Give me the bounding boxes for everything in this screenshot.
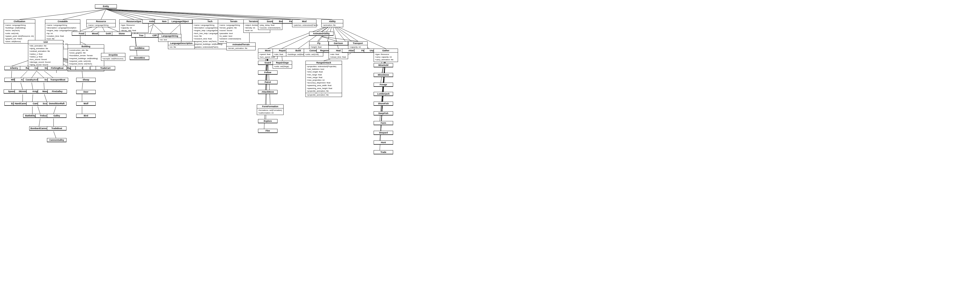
svg-line-41 [21, 71, 27, 78]
box-field: +required_techs: set(Tech) [69, 62, 103, 65]
box-field: +snow_graphic: file [69, 52, 103, 54]
svg-line-48 [21, 82, 23, 89]
box-field: +radius_x: float [29, 53, 62, 55]
box-field: +updates: orderedset(Patch) [194, 46, 226, 48]
box-field: +type: Resource [121, 24, 147, 27]
uml-box-cannongalley: CannonGalley [47, 138, 67, 142]
svg-line-19 [153, 24, 163, 33]
box-body-repairsiege: +units: set(Siege) [273, 65, 292, 68]
box-title-unit: Unit [28, 40, 63, 44]
svg-line-42 [32, 71, 37, 78]
svg-line-10 [106, 9, 291, 19]
diagram-container: EntityCivilization+name: LanguageString+… [0, 0, 980, 298]
uml-box-rangedattack: RangedAttack+projectiles: orderedset(Pro… [305, 61, 342, 93]
box-field: +play_delay: float [259, 24, 281, 27]
svg-line-64 [318, 36, 321, 41]
uml-box-ability: Ability+animation: file [321, 19, 343, 27]
box-title-animatedability: AnimatedAbility [309, 32, 333, 35]
uml-box-garrison: Garrison [329, 41, 348, 46]
uml-box-patrol: Patrol [258, 80, 277, 84]
box-field: +idle_animation: file [29, 44, 62, 47]
svg-line-43 [37, 71, 44, 78]
uml-box-dropsite: DropSite+accepts: set(Resource) [101, 53, 126, 61]
box-field: +construction_site: file [69, 49, 103, 52]
svg-line-51 [82, 82, 83, 89]
box-field: +capacity: int [121, 27, 147, 29]
uml-box-animatedterrain: AnimatedTerrain+terrain_animation: file [226, 43, 256, 50]
uml-box-bombardcannon: BombardCannon [29, 127, 49, 130]
box-title-languageobject: LanguageObject [168, 20, 192, 23]
box-title-wolf: Wolf [76, 102, 95, 106]
box-title-attackmove: AttackMove [258, 90, 277, 94]
box-title-hunt: Hunt [374, 141, 393, 144]
box-field: +buildings: set(Building) [5, 27, 34, 29]
uml-box-stonemine: StoneMine [130, 56, 149, 60]
box-field: +type: Resource [375, 53, 397, 55]
box-field: +use_ballistics: bool [307, 68, 341, 70]
box-title-forage: Forage [374, 83, 393, 87]
box-title-fly: Fly [309, 41, 328, 45]
svg-line-18 [150, 24, 153, 33]
uml-box-firegalley: FireGalley [48, 89, 67, 94]
box-title-languagestring: LanguageString [159, 34, 181, 38]
box-title-formformation: FormFormation [257, 105, 283, 108]
box-field: +units: set(Unit) [5, 32, 34, 35]
box-field: +units: set(Siege) [274, 65, 291, 68]
box-title-flee: Flee [258, 129, 277, 133]
uml-box-gather: Gather+type: Resource+carry: capacity: i… [374, 49, 398, 62]
box-field: +description: LanguageDescription [46, 27, 79, 29]
svg-line-44 [44, 71, 53, 78]
uml-box-minestone: MineStone [374, 73, 393, 77]
uml-box-formformation: FormFormation+formations: set(Formation)… [257, 105, 283, 115]
uml-box-minegold: MineGold [374, 63, 393, 67]
svg-line-65 [321, 36, 337, 41]
uml-box-deepfish: DeepFish [374, 111, 393, 116]
box-title-mod: Mod [292, 20, 316, 23]
box-title-languagedescription: LanguageDescription [168, 41, 194, 45]
box-field: +name: LanguageString [88, 24, 115, 27]
box-title-resource: Resource [87, 20, 115, 23]
svg-line-1 [63, 9, 106, 19]
uml-box-tradecart: TradeCart [95, 66, 115, 70]
box-title-repairsiege: RepairSiege [273, 61, 292, 65]
uml-box-shorefish: ShoreFish [374, 101, 393, 106]
svg-line-62 [54, 131, 56, 138]
uml-box-shepard: Shepard [374, 131, 393, 135]
box-field: +projectiles: orderedset(Projectile) [307, 65, 341, 68]
box-title-gather: Gather [374, 49, 398, 52]
box-title-demolitionraft: DemolitionRaft [47, 102, 66, 106]
box-body-resource: +name: LanguageString [87, 23, 115, 27]
uml-box-goldmine: GoldMine [130, 46, 149, 50]
box-field: +spawning_area_height: float [307, 87, 341, 90]
box-body-ability: +animation: file [321, 23, 343, 27]
uml-box-follow: Follow [258, 70, 277, 74]
uml-box-explore: Explore [258, 119, 277, 123]
connections-svg [0, 0, 980, 298]
uml-box-transportboat: TransportBoat [48, 78, 68, 82]
box-title-shepard: Shepard [374, 131, 393, 135]
box-field: +techs: set(Tech) [5, 29, 34, 32]
box-field: +reload_time: float [330, 55, 347, 58]
svg-line-4 [106, 9, 142, 19]
svg-line-5 [106, 9, 156, 19]
box-title-tradecart: TradeCart [96, 67, 115, 70]
box-field: +spawning_area_width: float [307, 84, 341, 87]
box-field: +units: set(Unit) [305, 53, 322, 55]
box-field: +max_projectiles: int [307, 79, 341, 81]
uml-box-flee: Flee [258, 129, 277, 133]
box-title-firegalley: FireGalley [48, 90, 67, 94]
uml-box-entity: Entity [95, 5, 117, 8]
box-field: +damage_sound: Sound [29, 61, 62, 63]
uml-box-mod: Mod+patches: orderedset(Patch) [292, 19, 317, 27]
box-title-galley: Galley [47, 114, 66, 118]
box-title-shorefish: ShoreFish [374, 102, 393, 106]
box-title-minestone: MineStone [374, 73, 393, 77]
box-body-formformation: +formations: set(Formation)+subformation… [257, 108, 283, 115]
box-title-minegold: MineGold [374, 63, 393, 67]
svg-line-46 [82, 71, 83, 78]
svg-line-40 [11, 71, 12, 78]
box-title-sheep: Sheep [76, 78, 95, 82]
box-title-deer: Deer [76, 90, 95, 94]
box-field: +min_range: float [307, 73, 341, 76]
box-body-animatedterrain: +terrain_animation: file [227, 46, 255, 50]
